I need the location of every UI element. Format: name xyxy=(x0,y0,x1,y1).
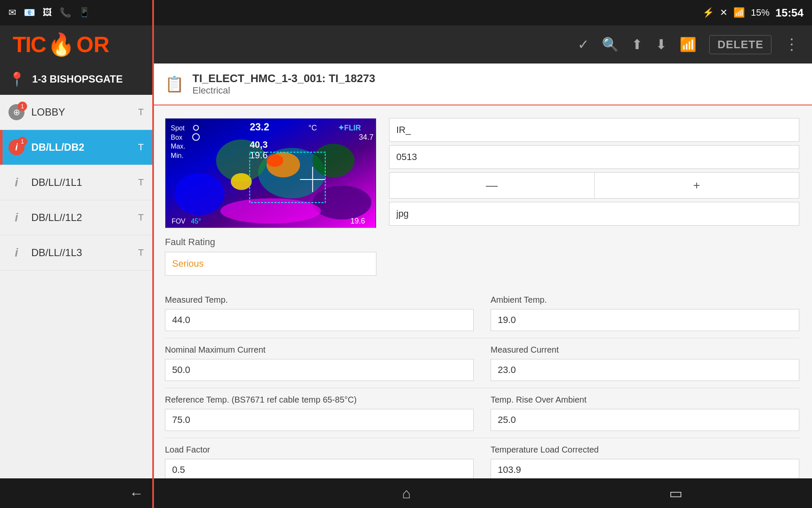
fault-rating-label: Fault Rating xyxy=(165,237,376,248)
lobby-shortcut: T xyxy=(138,107,144,118)
header-bar: TIC🔥OR ✓ 🔍 ⬆ ⬇ 📶 DELETE ⋮ xyxy=(0,25,812,64)
measured-temp-label: Measured Temp. xyxy=(165,295,474,305)
svg-text:Max.: Max. xyxy=(171,143,185,150)
form-right: — + xyxy=(389,118,799,276)
bluetooth-icon: ⚡ xyxy=(702,7,714,18)
nom-max-current-label: Nominal Maximum Current xyxy=(165,345,474,355)
item-left-lobby: ⊕ 1 LOBBY xyxy=(8,104,65,120)
measured-temp-input[interactable] xyxy=(165,309,474,331)
svg-text:19.6: 19.6 xyxy=(250,150,267,160)
content-title: TI_ELECT_HMC_1-3_001: TI_18273 xyxy=(192,72,375,85)
svg-text:45°: 45° xyxy=(191,218,201,225)
clipboard-icon: 📋 xyxy=(165,75,184,93)
svg-text:FOV: FOV xyxy=(172,218,186,225)
svg-text:23.2: 23.2 xyxy=(250,121,269,133)
measured-current-input[interactable] xyxy=(491,359,799,381)
form-content: Spot Box Max. Min. 23.2 °C ✦FLIR 40,3 19… xyxy=(152,105,812,478)
email-icon: 📧 xyxy=(24,7,35,18)
header-actions: ✓ 🔍 ⬆ ⬇ 📶 DELETE ⋮ xyxy=(578,35,799,54)
1l2-shortcut: T xyxy=(138,212,144,223)
1l3-shortcut: T xyxy=(138,247,144,258)
svg-text:°C: °C xyxy=(308,124,317,132)
sidebar-item-1l3[interactable]: i DB/LL//1L3 T xyxy=(0,235,152,271)
fault-rating-value: Serious xyxy=(165,252,376,276)
svg-point-6 xyxy=(313,144,354,177)
temp-rise-label: Temp. Rise Over Ambient xyxy=(491,395,799,405)
image-icon: 🖼 xyxy=(43,7,52,18)
battery-level: 15% xyxy=(751,7,769,18)
wifi-icon: 📶 xyxy=(733,7,745,18)
1l2-info-icon: i xyxy=(8,210,25,226)
logo-or: OR xyxy=(77,32,110,57)
sidebar-item-lobby[interactable]: ⊕ 1 LOBBY T xyxy=(0,95,152,130)
db2-info-icon: i xyxy=(15,142,18,153)
sidebar-location: 📍 1-3 BISHOPSGATE xyxy=(0,64,152,95)
stepper-minus-button[interactable]: — xyxy=(389,172,594,199)
1l3-label: DB/LL//1L3 xyxy=(31,247,82,259)
nom-max-current-group: Nominal Maximum Current xyxy=(165,338,482,388)
more-options-icon[interactable]: ⋮ xyxy=(784,36,799,53)
ambient-temp-group: Ambient Temp. xyxy=(482,288,799,338)
signal-icon: 📶 xyxy=(680,36,697,52)
ambient-temp-input[interactable] xyxy=(491,309,799,331)
measured-current-group: Measured Current xyxy=(482,338,799,388)
load-factor-input[interactable] xyxy=(165,459,474,478)
phone-icon: 📞 xyxy=(60,7,71,18)
fields-grid: Measured Temp. Ambient Temp. Nominal Max… xyxy=(165,288,799,478)
back-button[interactable]: ← xyxy=(129,485,144,502)
nom-max-current-input[interactable] xyxy=(165,359,474,381)
fault-rating-section: Fault Rating Serious xyxy=(165,237,376,276)
1l3-info-icon: i xyxy=(8,245,25,261)
accent-divider xyxy=(152,0,154,508)
format-field[interactable] xyxy=(389,202,799,226)
sidebar-item-1l2[interactable]: i DB/LL//1L2 T xyxy=(0,200,152,235)
status-icons-right: ⚡ ✕ 📶 15% 15:54 xyxy=(702,6,804,19)
search-icon[interactable]: 🔍 xyxy=(602,36,619,52)
temp-load-corrected-input[interactable] xyxy=(491,459,799,478)
item-left-1l1: i DB/LL//1L1 xyxy=(8,174,82,190)
stepper-plus-button[interactable]: + xyxy=(594,172,800,199)
lobby-icon: ⊕ 1 xyxy=(8,104,25,120)
delete-button[interactable]: DELETE xyxy=(709,35,771,54)
ir-field[interactable] xyxy=(389,118,799,142)
stepper-control: — + xyxy=(389,172,799,199)
recent-apps-button[interactable]: ▭ xyxy=(669,485,683,502)
ref-temp-label: Reference Temp. (BS7671 ref cable temp 6… xyxy=(165,395,474,405)
1l1-info-icon: i xyxy=(8,174,25,190)
thermal-svg: Spot Box Max. Min. 23.2 °C ✦FLIR 40,3 19… xyxy=(165,119,376,228)
message-icon: ✉ xyxy=(8,7,16,18)
sidebar-item-1l1[interactable]: i DB/LL//1L1 T xyxy=(0,165,152,200)
db2-badge: 1 xyxy=(18,137,27,146)
tablet-icon: 📱 xyxy=(79,7,90,18)
temp-rise-input[interactable] xyxy=(491,409,799,431)
check-icon[interactable]: ✓ xyxy=(578,36,589,52)
download-icon[interactable]: ⬇ xyxy=(656,36,667,52)
svg-point-1 xyxy=(174,173,225,215)
1l1-label: DB/LL//1L1 xyxy=(31,177,82,188)
status-icons-left: ✉ 📧 🖼 📞 📱 xyxy=(8,7,90,18)
sidebar: 📍 1-3 BISHOPSGATE ⊕ 1 LOBBY T i 1 xyxy=(0,64,152,478)
home-button[interactable]: ⌂ xyxy=(402,485,411,502)
svg-point-8 xyxy=(266,154,283,167)
temp-load-corrected-group: Temperature Load Corrected xyxy=(482,438,799,478)
logo-flame: 🔥 xyxy=(47,32,75,58)
temp-load-corrected-label: Temperature Load Corrected xyxy=(491,445,799,455)
lobby-badge: 1 xyxy=(18,102,27,111)
thermal-image: Spot Box Max. Min. 23.2 °C ✦FLIR 40,3 19… xyxy=(165,118,376,228)
number-field[interactable] xyxy=(389,145,799,169)
ref-temp-input[interactable] xyxy=(165,409,474,431)
status-bar: ✉ 📧 🖼 📞 📱 ⚡ ✕ 📶 15% 15:54 xyxy=(0,0,812,25)
temp-rise-group: Temp. Rise Over Ambient xyxy=(482,388,799,438)
location-name: 1-3 BISHOPSGATE xyxy=(32,73,123,85)
item-left-1l3: i DB/LL//1L3 xyxy=(8,245,82,261)
svg-text:Min.: Min. xyxy=(171,152,184,159)
svg-text:Box: Box xyxy=(171,134,182,141)
thermal-section: Spot Box Max. Min. 23.2 °C ✦FLIR 40,3 19… xyxy=(165,118,376,276)
upload-icon[interactable]: ⬆ xyxy=(631,36,643,52)
app-logo: TIC🔥OR xyxy=(13,32,110,58)
time-display: 15:54 xyxy=(776,6,804,19)
1l1-shortcut: T xyxy=(138,177,144,188)
svg-point-9 xyxy=(231,173,252,190)
sidebar-item-db-ll-db2[interactable]: i 1 DB/LL/DB2 T xyxy=(0,130,152,165)
load-factor-label: Load Factor xyxy=(165,445,474,455)
